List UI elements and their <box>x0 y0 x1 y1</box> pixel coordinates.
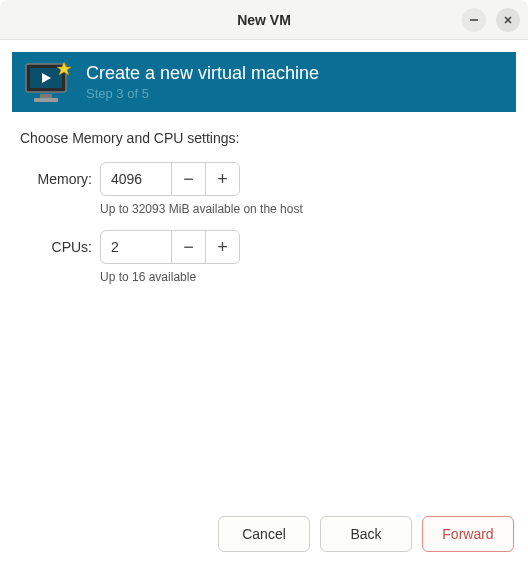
minus-icon: − <box>183 169 194 190</box>
forward-button[interactable]: Forward <box>422 516 514 552</box>
banner-step: Step 3 of 5 <box>86 86 319 101</box>
cpus-input[interactable] <box>101 231 171 263</box>
close-icon <box>503 15 513 25</box>
cpus-spinner: − + <box>100 230 240 264</box>
minimize-button[interactable] <box>462 8 486 32</box>
svg-rect-7 <box>34 98 58 102</box>
cpus-increment-button[interactable]: + <box>205 231 239 263</box>
cpus-row: CPUs: − + <box>20 230 508 264</box>
minus-icon: − <box>183 237 194 258</box>
minimize-icon <box>469 15 479 25</box>
cpus-decrement-button[interactable]: − <box>171 231 205 263</box>
cpus-label: CPUs: <box>20 239 92 255</box>
memory-label: Memory: <box>20 171 92 187</box>
banner-title: Create a new virtual machine <box>86 63 319 85</box>
window-title: New VM <box>237 12 291 28</box>
banner-text: Create a new virtual machine Step 3 of 5 <box>86 63 319 102</box>
cancel-button[interactable]: Cancel <box>218 516 310 552</box>
titlebar: New VM <box>0 0 528 40</box>
memory-spinner: − + <box>100 162 240 196</box>
back-button[interactable]: Back <box>320 516 412 552</box>
content: Create a new virtual machine Step 3 of 5… <box>0 40 528 314</box>
cpus-hint: Up to 16 available <box>100 270 508 284</box>
forward-label: Forward <box>442 526 493 542</box>
new-vm-icon <box>24 60 72 104</box>
close-button[interactable] <box>496 8 520 32</box>
memory-row: Memory: − + <box>20 162 508 196</box>
dialog-buttons: Cancel Back Forward <box>218 516 514 552</box>
memory-hint: Up to 32093 MiB available on the host <box>100 202 508 216</box>
plus-icon: + <box>217 169 228 190</box>
form-area: Choose Memory and CPU settings: Memory: … <box>12 112 516 302</box>
memory-input[interactable] <box>101 163 171 195</box>
memory-decrement-button[interactable]: − <box>171 163 205 195</box>
plus-icon: + <box>217 237 228 258</box>
wizard-banner: Create a new virtual machine Step 3 of 5 <box>12 52 516 112</box>
memory-increment-button[interactable]: + <box>205 163 239 195</box>
form-heading: Choose Memory and CPU settings: <box>20 130 508 146</box>
svg-rect-6 <box>40 94 52 98</box>
cancel-label: Cancel <box>242 526 286 542</box>
back-label: Back <box>350 526 381 542</box>
window-controls <box>462 8 520 32</box>
